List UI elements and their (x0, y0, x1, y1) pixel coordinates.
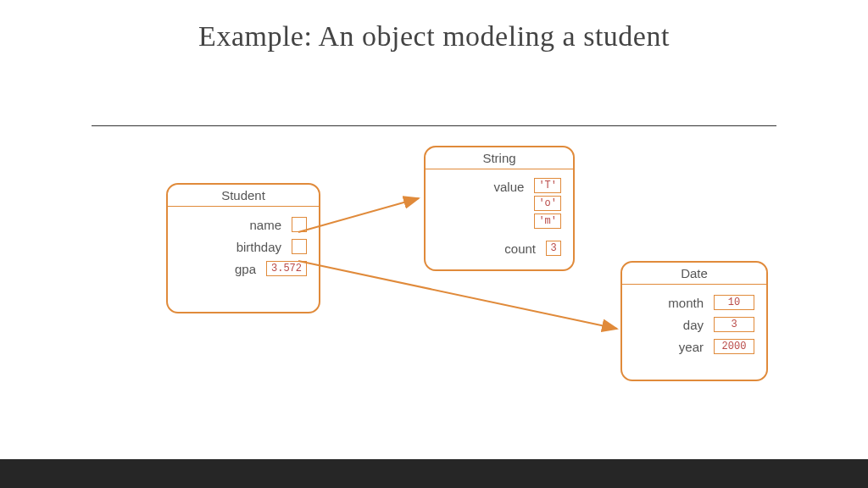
birthday-pointer-box (292, 239, 307, 254)
date-field-month: month 10 (622, 291, 766, 313)
char-array: 'T' 'o' 'm' (534, 178, 561, 229)
char-0: 'T' (534, 178, 561, 193)
gpa-value: 3.572 (266, 261, 307, 276)
string-field-count: count 3 (426, 237, 573, 259)
field-label-gpa: gpa (180, 262, 256, 276)
footer-bar (0, 459, 868, 488)
name-pointer-box (292, 217, 307, 232)
char-1: 'o' (534, 196, 561, 211)
field-label-count: count (437, 241, 536, 256)
day-value: 3 (714, 317, 754, 332)
field-label-name: name (180, 218, 281, 232)
field-label-value: value (437, 178, 524, 194)
field-label-birthday: birthday (180, 240, 281, 254)
field-label-month: month (634, 296, 704, 310)
student-field-name: name (168, 214, 319, 236)
string-header: String (426, 147, 573, 169)
date-field-year: year 2000 (622, 336, 766, 358)
student-object: Student name birthday gpa 3.572 (166, 183, 320, 313)
arrow-birthday-to-date (298, 261, 617, 329)
month-value: 10 (714, 295, 754, 310)
count-value: 3 (546, 241, 561, 256)
student-field-birthday: birthday (168, 236, 319, 258)
field-label-year: year (634, 340, 704, 354)
date-field-day: day 3 (622, 313, 766, 336)
string-object: String value 'T' 'o' 'm' count 3 (424, 146, 575, 271)
date-object: Date month 10 day 3 year 2000 (620, 261, 768, 381)
date-header: Date (622, 263, 766, 285)
object-diagram: Student name birthday gpa 3.572 String v… (0, 0, 868, 488)
string-field-value: value 'T' 'o' 'm' (426, 175, 573, 232)
char-2: 'm' (534, 214, 561, 229)
year-value: 2000 (714, 339, 754, 354)
student-field-gpa: gpa 3.572 (168, 258, 319, 280)
field-label-day: day (634, 318, 704, 332)
student-header: Student (168, 185, 319, 207)
